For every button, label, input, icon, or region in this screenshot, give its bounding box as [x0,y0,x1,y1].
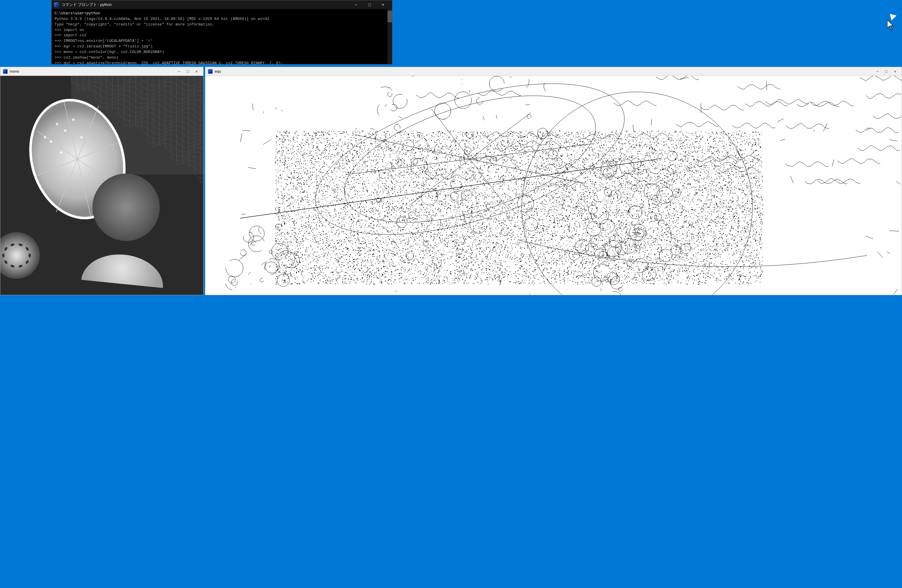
equ-close-button[interactable]: × [891,68,899,75]
mono-close-button[interactable]: × [192,68,201,75]
cmd-output: C:\Users\user>python Python 3.9.9 (tags/… [55,11,389,64]
equ-maximize-button[interactable]: □ [882,68,891,75]
mono-minimize-button[interactable]: − [175,68,183,75]
mono-window-icon [3,69,8,74]
equ-canvas [205,76,902,295]
equ-window-icon [208,69,213,74]
cmd-minimize-button[interactable]: − [349,0,363,9]
cmd-window-controls: − □ × [349,0,390,9]
equ-window-controls: − □ × [873,68,899,75]
cmd-close-button[interactable]: × [376,0,390,9]
cmd-icon [54,2,59,7]
mono-window: mono − □ × [0,67,204,295]
cmd-maximize-button[interactable]: □ [363,0,376,9]
equ-title: equ [215,69,871,74]
cmd-title: コマンド プロンプト - python [61,2,347,7]
equ-window: equ − □ × [205,67,902,295]
mono-title: mono [10,69,173,74]
cmd-content: C:\Users\user>python Python 3.9.9 (tags/… [52,9,392,64]
cmd-window: コマンド プロンプト - python − □ × C:\Users\user>… [51,0,392,64]
mouse-cursor [887,14,896,26]
mono-maximize-button[interactable]: □ [183,68,192,75]
mono-titlebar: mono − □ × [0,67,203,76]
cmd-titlebar: コマンド プロンプト - python − □ × [52,0,392,9]
equ-minimize-button[interactable]: − [873,68,882,75]
equ-titlebar: equ − □ × [205,67,902,76]
mono-window-controls: − □ × [175,68,201,75]
cmd-scrollbar-thumb [387,11,392,22]
cmd-scrollbar[interactable] [387,9,392,64]
mono-image-canvas [0,76,203,295]
mono-canvas [0,76,203,295]
equ-image-canvas [205,76,902,295]
